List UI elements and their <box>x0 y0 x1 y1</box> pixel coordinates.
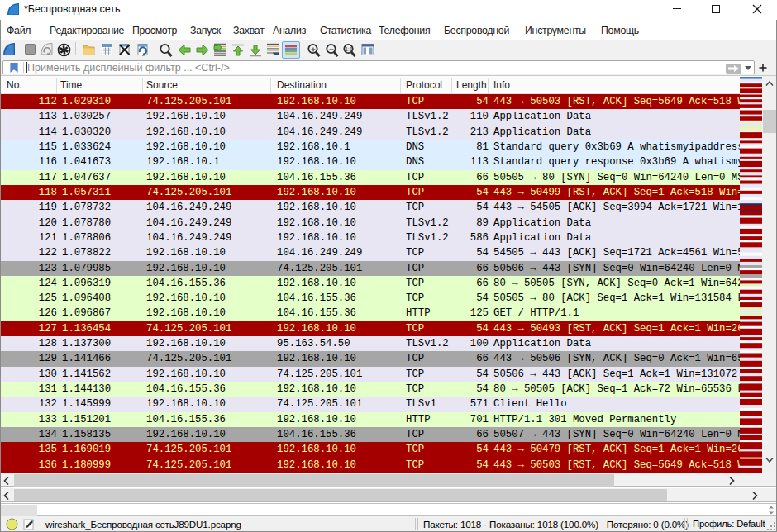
svg-text:1:1: 1:1 <box>345 46 352 52</box>
